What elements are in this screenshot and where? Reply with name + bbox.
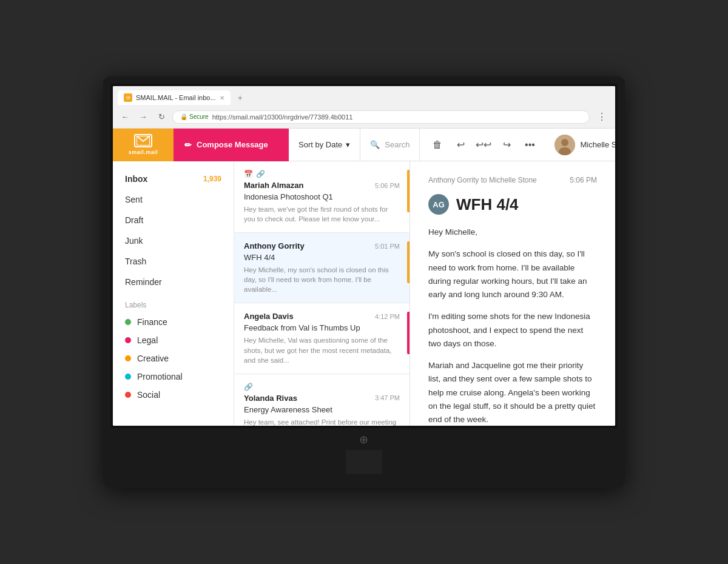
reload-button[interactable]: ↻ [154,110,169,124]
detail-meta: Anthony Gorrity to Michelle Stone [428,176,537,184]
forward-icon: ↪ [503,139,511,150]
logo-icon [134,134,152,147]
email-time: 4:12 PM [375,313,400,320]
reply-all-icon: ↩↩ [476,139,491,150]
email-attachment-icons: 🔗 [244,383,400,391]
sidebar-item-label: Junk [125,236,143,246]
address-bar[interactable]: 🔒 Secure https://smail.mail/10300/nrgdri… [172,110,590,124]
monitor-foot [303,474,425,488]
detail-body: Hey Michelle, My son's school is closed … [428,226,597,426]
sidebar-label-legal[interactable]: Legal [113,331,234,349]
creative-dot [125,355,131,361]
more-icon: ••• [525,139,535,150]
email-preview: Hey team, see attached! Print before our… [244,417,400,426]
delete-button[interactable]: 🗑 [427,135,448,155]
email-sender: Mariah Almazan [244,181,304,190]
search-placeholder: Search [385,140,410,149]
compose-button[interactable]: ✏ Compose Message [174,129,289,161]
inbox-badge: 1,939 [203,175,221,183]
sidebar-item-label: Inbox [125,174,147,184]
reply-icon: ↩ [457,139,465,150]
sort-chevron-icon: ▾ [346,140,350,149]
email-sender: Yolanda Rivas [244,394,297,403]
social-dot [125,392,131,398]
tab-close-button[interactable]: ✕ [220,95,224,101]
email-time: 5:06 PM [375,182,400,189]
email-preview: Hey Michelle, my son's school is closed … [244,265,400,294]
sidebar-label-name: Promotional [137,372,183,381]
email-item[interactable]: Anthony Gorrity 5:01 PM WFH 4/4 Hey Mich… [234,233,410,303]
sidebar-label-promotional[interactable]: Promotional [113,368,234,386]
link-icon: 🔗 [256,170,265,178]
compose-label: Compose Message [197,140,268,149]
tab-title: SMAIL.MAIL - Email inbo... [136,94,216,101]
sidebar-item-reminder[interactable]: Reminder [113,272,234,292]
toolbar-actions: 🗑 ↩ ↩↩ ↪ ••• [420,135,547,155]
svg-point-2 [561,139,568,146]
search-area[interactable]: 🔍 Search [360,129,420,161]
body-para-2: I'm editing some shots for the new Indon… [428,310,597,351]
tab-favicon: ✉ [124,93,132,102]
monitor-neck [346,450,382,474]
email-item[interactable]: Angela Davis 4:12 PM Feedback from Val i… [234,303,410,374]
body-para-1: My son's school is closed on this day, s… [428,247,597,301]
logo-area: smail.mail [113,129,174,161]
browser-menu-button[interactable]: ⋮ [593,109,610,125]
browser-chrome: ✉ SMAIL.MAIL - Email inbo... ✕ + ← → ↻ 🔒… [113,86,615,129]
forward-button[interactable]: ↪ [496,135,517,155]
browser-tab[interactable]: ✉ SMAIL.MAIL - Email inbo... ✕ [118,90,231,105]
priority-bar [407,170,410,212]
sidebar-item-junk[interactable]: Junk [113,230,234,251]
sidebar-label-name: Legal [137,335,158,345]
hp-logo: ⊕ [359,428,369,450]
sidebar-item-trash[interactable]: Trash [113,251,234,272]
link-icon: 🔗 [244,383,253,391]
reply-all-button[interactable]: ↩↩ [473,135,494,155]
email-item[interactable]: 🔗 Yolanda Rivas 3:47 PM Energy Awareness… [234,374,410,426]
body-para-3: Mariah and Jacqueline got me their prior… [428,359,597,426]
delete-icon: 🗑 [433,139,442,150]
sidebar-label-name: Social [137,390,160,400]
sidebar-label-finance[interactable]: Finance [113,313,234,331]
body-greeting: Hey Michelle, [428,226,597,239]
sidebar-item-draft[interactable]: Draft [113,210,234,230]
legal-dot [125,337,131,343]
reply-button[interactable]: ↩ [450,135,471,155]
promotional-dot [125,374,131,380]
sidebar-label-creative[interactable]: Creative [113,349,234,368]
user-area[interactable]: Michelle Stone ▾ [547,135,615,155]
forward-button[interactable]: → [136,110,150,124]
search-icon: 🔍 [370,140,380,149]
app-toolbar: smail.mail ✏ Compose Message Sort by Dat… [113,129,615,161]
email-attachment-icons: 📅 🔗 [244,170,400,178]
sidebar-item-label: Sent [125,195,143,204]
new-tab-button[interactable]: + [233,90,248,106]
sidebar-item-inbox[interactable]: Inbox 1,939 [113,169,234,189]
email-preview: Hey Michelle, Val was questioning some o… [244,335,400,364]
sidebar-item-label: Reminder [125,277,162,287]
email-preview: Hey team, we've got the first round of s… [244,204,400,224]
back-button[interactable]: ← [118,110,132,124]
email-list: 📅 🔗 Mariah Almazan 5:06 PM Indonesia Pho… [234,161,410,426]
email-subject: WFH 4/4 [244,253,400,262]
avatar [554,135,575,155]
user-name: Michelle Stone [580,140,615,149]
email-detail: Anthony Gorrity to Michelle Stone 5:06 P… [410,161,615,426]
priority-bar [407,312,410,354]
secure-badge: 🔒 Secure [180,113,209,120]
sidebar-item-sent[interactable]: Sent [113,189,234,210]
sidebar: Inbox 1,939 Sent Draft Junk [113,161,234,426]
sort-button[interactable]: Sort by Date ▾ [289,129,360,161]
email-item[interactable]: 📅 🔗 Mariah Almazan 5:06 PM Indonesia Pho… [234,161,410,233]
sidebar-item-label: Trash [125,257,146,266]
sidebar-item-label: Draft [125,215,143,225]
detail-time: 5:06 PM [570,176,597,184]
more-button[interactable]: ••• [519,135,540,155]
email-subject: Feedback from Val is Thumbs Up [244,323,400,332]
email-sender: Angela Davis [244,312,294,321]
email-subject: Indonesia Photoshoot Q1 [244,192,400,201]
email-time: 3:47 PM [375,394,400,401]
sidebar-label-name: Creative [137,354,169,363]
logo-text: smail.mail [129,149,158,155]
sidebar-label-social[interactable]: Social [113,386,234,404]
